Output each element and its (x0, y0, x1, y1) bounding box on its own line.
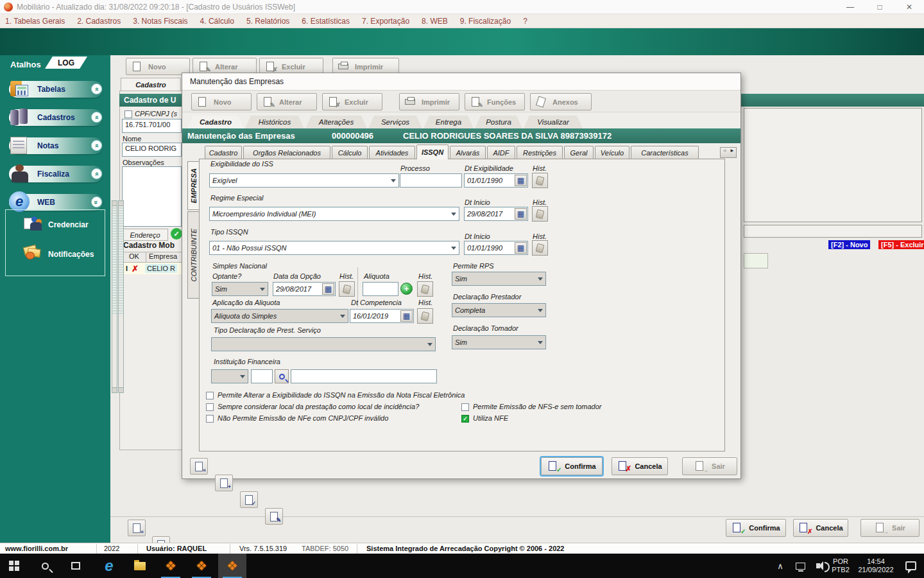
tipo-issqn-select[interactable]: 01 - Não Possui ISSQN (209, 241, 459, 255)
novo-button[interactable]: Novo (126, 58, 190, 75)
menu-tabelas-gerais[interactable]: 1. Tabelas Gerais (5, 17, 65, 26)
optante-hist-button[interactable] (339, 281, 355, 297)
dialog-anexos-button[interactable]: Anexos (530, 93, 592, 110)
dialog-novo-button[interactable]: Novo (191, 93, 252, 110)
sair-button[interactable]: → Sair (860, 519, 920, 537)
calendar-icon[interactable]: ▦ (515, 175, 527, 186)
tab-restricoes[interactable]: Restrições (517, 146, 563, 159)
processo-input[interactable] (400, 173, 462, 188)
sidebar-item-cadastros[interactable]: Cadastros » (0, 108, 110, 130)
start-button[interactable] (0, 554, 28, 578)
col-header-ok[interactable]: OK (122, 252, 146, 263)
aplicacao-aliquota-select[interactable]: Aliquota do Simples (211, 309, 348, 323)
sidebar-item-tabelas[interactable]: Tabelas » (0, 80, 110, 101)
calendar-icon[interactable]: ▦ (515, 242, 527, 254)
menu-estatisticas[interactable]: 6. Estatísticas (302, 17, 350, 26)
record-confirm-button[interactable]: ✓ (240, 491, 258, 508)
optante-select[interactable]: Sim (212, 282, 268, 296)
dialog-sair-button[interactable]: → Sair (682, 457, 737, 475)
data-opcao-input[interactable]: 29/08/2017 ▦ (273, 282, 336, 296)
tab-veiculo[interactable]: Veículo (595, 146, 629, 159)
permite-alterar-exigibilidade-checkbox[interactable] (206, 392, 214, 399)
calendar-icon[interactable]: ▦ (400, 310, 413, 322)
tab-contribuinte-vertical[interactable]: CONTRIBUINTE (187, 211, 199, 299)
aplicacao-hist-button[interactable] (417, 308, 433, 324)
nome-input[interactable]: CELIO RODRIG (122, 143, 182, 157)
tab-servicos[interactable]: Serviços (368, 116, 422, 128)
chevron-double-up-icon[interactable]: » (91, 197, 102, 207)
tipo-declaracao-select[interactable] (211, 337, 436, 351)
chevron-double-down-icon[interactable]: » (91, 83, 102, 94)
tab-calculo[interactable]: Cálculo (332, 146, 368, 159)
tipo-issqn-hist-button[interactable] (532, 240, 548, 256)
tab-issqn-cadastro[interactable]: Cadastro (205, 146, 242, 159)
cancela-button[interactable]: ✗ Cancela (793, 519, 848, 537)
dialog-confirma-button[interactable]: ✓ Confirma (541, 457, 603, 475)
tray-expand-button[interactable]: ∧ (770, 554, 791, 578)
instituicao-id-input[interactable] (251, 369, 273, 383)
menu-fiscalizacao[interactable]: 9. Fiscalização (460, 17, 511, 26)
language-indicator[interactable]: PORPTB2 (828, 554, 853, 578)
dialog-imprimir-button[interactable]: Imprimir (399, 93, 459, 110)
tab-alvaras[interactable]: Alvarás (450, 146, 486, 159)
dialog-alterar-button[interactable]: ✎ Alterar (257, 93, 317, 110)
col-header-empresa[interactable]: Empresa (146, 252, 183, 263)
clock[interactable]: 14:5421/09/2022 (853, 554, 898, 578)
tab-visualizar[interactable]: Visualizar (524, 116, 583, 128)
dialog-funcoes-button[interactable]: ✎ Funções (465, 93, 525, 110)
taskbar-app1-button[interactable]: ❖ (157, 554, 185, 578)
sidebar-item-notas[interactable]: Notas » (0, 136, 110, 158)
menu-cadastros[interactable]: 2. Cadastros (77, 17, 121, 26)
utiliza-nfe-checkbox[interactable]: ✓ (461, 415, 469, 423)
record-insert-button[interactable]: + (215, 475, 233, 491)
instituicao-name-input[interactable] (291, 369, 437, 383)
calendar-icon[interactable]: ▦ (515, 208, 527, 220)
tab-endereco[interactable]: Endereço (122, 229, 168, 241)
tab-cadastro-usuarios[interactable]: Cadastro (121, 78, 181, 91)
sidebar-item-fiscaliza[interactable]: Fiscaliza » (0, 164, 110, 186)
sidebar-tab-log[interactable]: LOG (45, 57, 87, 69)
tab-caracteristicas[interactable]: Características (631, 146, 699, 159)
tab-entrega[interactable]: Entrega (424, 116, 474, 128)
record-first-button[interactable]: « (190, 458, 208, 475)
tab-atividades[interactable]: Atividades (369, 146, 415, 159)
dt-inicio-tipo-input[interactable]: 01/01/1990 ▦ (464, 241, 528, 255)
tab-aidf[interactable]: AIDF (487, 146, 515, 159)
regime-hist-button[interactable] (532, 206, 548, 222)
chevron-double-down-icon[interactable]: » (91, 140, 102, 151)
taskbar-explorer-button[interactable] (126, 554, 154, 578)
declaracao-prestador-select[interactable]: Completa (452, 303, 546, 317)
tab-postura[interactable]: Postura (475, 116, 522, 128)
aliquota-input[interactable] (363, 282, 398, 296)
tab-scroll-right-button[interactable]: ► (728, 148, 736, 157)
taskbar-app3-button-active[interactable]: ❖ (218, 554, 246, 578)
exigibilidade-select[interactable]: Exigível (209, 173, 399, 188)
volume-tray-icon[interactable] (807, 554, 829, 578)
action-center-button[interactable] (897, 554, 924, 578)
sidebar-item-credenciar[interactable]: Credenciar (24, 215, 101, 234)
cpf-input[interactable]: 16.751.701/00 (122, 119, 182, 133)
status-site[interactable]: www.fiorilli.com.br (5, 545, 68, 552)
aliquota-hist-button[interactable] (417, 281, 433, 297)
permite-emissao-nfse-checkbox[interactable] (461, 403, 469, 411)
minimize-button[interactable]: — (835, 0, 865, 14)
taskbar-search-button[interactable] (31, 554, 59, 578)
exigibilidade-hist-button[interactable] (532, 173, 548, 188)
tab-historicos[interactable]: Históricos (245, 116, 304, 128)
menu-help[interactable]: ? (523, 17, 527, 26)
menu-web[interactable]: 8. WEB (422, 17, 448, 26)
task-view-button[interactable] (62, 554, 90, 578)
tab-orgaos-relacionados[interactable]: Orgãos Relacionados (243, 146, 330, 159)
aliquota-add-button[interactable]: + (400, 283, 413, 295)
dt-exigibilidade-input[interactable]: 01/01/1990 ▦ (464, 173, 528, 188)
tab-cadastro[interactable]: Cadastro (187, 116, 244, 128)
tab-scroll-left-button[interactable]: ◄ (721, 148, 728, 157)
table-row[interactable]: I ✗ CELIO R (122, 263, 183, 274)
cpf-checkbox[interactable] (124, 110, 132, 118)
calendar-icon[interactable]: ▦ (322, 283, 334, 295)
record-edit-button[interactable]: ✎ (265, 508, 283, 525)
menu-exportacao[interactable]: 7. Exportação (362, 17, 409, 26)
observacoes-textarea[interactable] (122, 166, 182, 227)
chevron-double-down-icon[interactable]: » (91, 112, 102, 123)
maximize-button[interactable]: □ (865, 0, 894, 14)
